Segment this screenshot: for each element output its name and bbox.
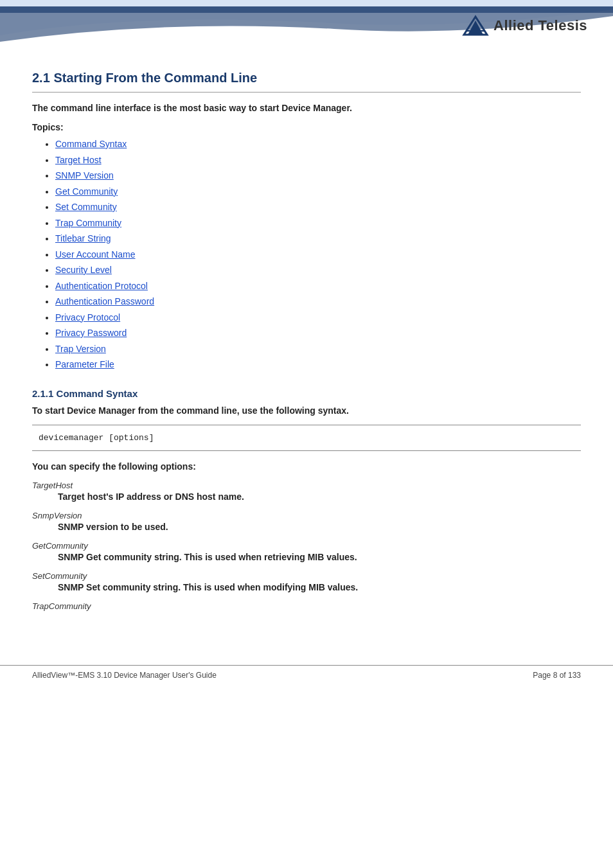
param-name-setcommunity: SetCommunity bbox=[32, 571, 581, 581]
page-footer: AlliedView™-EMS 3.10 Device Manager User… bbox=[0, 665, 613, 685]
param-name-snmpversion: SnmpVersion bbox=[32, 511, 581, 520]
topic-link-target-host[interactable]: Target Host bbox=[55, 155, 102, 165]
topic-link-snmp-version[interactable]: SNMP Version bbox=[55, 170, 114, 181]
topic-link-privacy-protocol[interactable]: Privacy Protocol bbox=[55, 312, 120, 323]
section-title: 2.1 Starting From the Command Line bbox=[32, 71, 581, 85]
param-desc-setcommunity: SNMP Set community string. This is used … bbox=[32, 582, 358, 592]
subsection-title: 2.1.1 Command Syntax bbox=[32, 388, 581, 399]
code-block-wrapper: devicemanager [options] bbox=[32, 425, 581, 451]
svg-marker-1 bbox=[468, 21, 483, 35]
param-block-snmpversion: SnmpVersion SNMP version to be used. bbox=[32, 511, 581, 532]
param-name-trapcommunity: TrapCommunity bbox=[32, 601, 581, 611]
topic-link-user-account-name[interactable]: User Account Name bbox=[55, 249, 136, 260]
list-item: Command Syntax bbox=[55, 136, 581, 152]
param-desc-getcommunity: SNMP Get community string. This is used … bbox=[32, 552, 357, 562]
list-item: Trap Version bbox=[55, 341, 581, 357]
list-item: Set Community bbox=[55, 199, 581, 215]
topic-link-set-community[interactable]: Set Community bbox=[55, 202, 117, 212]
topic-link-get-community[interactable]: Get Community bbox=[55, 186, 118, 197]
section-intro: The command line interface is the most b… bbox=[32, 103, 581, 113]
list-item: Get Community bbox=[55, 184, 581, 200]
footer-right: Page 8 of 133 bbox=[533, 671, 581, 680]
topic-link-privacy-password[interactable]: Privacy Password bbox=[55, 328, 127, 338]
list-item: Parameter File bbox=[55, 357, 581, 373]
logo-area: Allied Telesis bbox=[461, 12, 587, 40]
options-intro: You can specify the following options: bbox=[32, 461, 581, 472]
param-desc-targethost: Target host's IP address or DNS host nam… bbox=[32, 492, 244, 502]
list-item: Authentication Protocol bbox=[55, 278, 581, 294]
list-item: Security Level bbox=[55, 262, 581, 278]
topic-link-trap-community[interactable]: Trap Community bbox=[55, 218, 121, 228]
company-name: Allied Telesis bbox=[493, 17, 587, 34]
list-item: Target Host bbox=[55, 152, 581, 168]
topic-link-auth-protocol[interactable]: Authentication Protocol bbox=[55, 281, 148, 291]
param-name-getcommunity: GetCommunity bbox=[32, 541, 581, 551]
topic-link-titlebar-string[interactable]: Titlebar String bbox=[55, 233, 111, 244]
param-block-setcommunity: SetCommunity SNMP Set community string. … bbox=[32, 571, 581, 592]
topic-link-auth-password[interactable]: Authentication Password bbox=[55, 296, 154, 306]
topics-label: Topics: bbox=[32, 122, 581, 132]
topic-link-parameter-file[interactable]: Parameter File bbox=[55, 359, 114, 369]
code-block: devicemanager [options] bbox=[32, 430, 581, 445]
param-name-targethost: TargetHost bbox=[32, 481, 581, 490]
topic-link-trap-version[interactable]: Trap Version bbox=[55, 344, 106, 354]
list-item: Privacy Password bbox=[55, 325, 581, 341]
param-block-trapcommunity: TrapCommunity bbox=[32, 601, 581, 611]
list-item: User Account Name bbox=[55, 247, 581, 263]
param-desc-snmpversion: SNMP version to be used. bbox=[32, 522, 168, 532]
list-item: Privacy Protocol bbox=[55, 310, 581, 326]
title-divider bbox=[32, 92, 581, 93]
main-content: 2.1 Starting From the Command Line The c… bbox=[0, 58, 613, 646]
list-item: Titlebar String bbox=[55, 231, 581, 247]
list-item: Trap Community bbox=[55, 215, 581, 231]
company-logo-icon bbox=[461, 12, 490, 40]
param-block-getcommunity: GetCommunity SNMP Get community string. … bbox=[32, 541, 581, 562]
topic-link-security-level[interactable]: Security Level bbox=[55, 265, 112, 275]
list-item: Authentication Password bbox=[55, 294, 581, 310]
page-header: Allied Telesis bbox=[0, 0, 613, 58]
topics-list: Command Syntax Target Host SNMP Version … bbox=[32, 136, 581, 373]
topic-link-command-syntax[interactable]: Command Syntax bbox=[55, 139, 127, 149]
subsection-intro: To start Device Manager from the command… bbox=[32, 405, 581, 416]
param-block-targethost: TargetHost Target host's IP address or D… bbox=[32, 481, 581, 502]
list-item: SNMP Version bbox=[55, 168, 581, 184]
footer-left: AlliedView™-EMS 3.10 Device Manager User… bbox=[32, 671, 217, 680]
